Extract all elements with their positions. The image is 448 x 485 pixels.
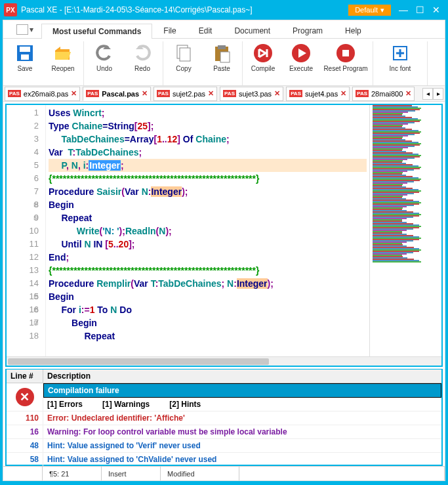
compile-button[interactable]: Compile — [244, 41, 282, 85]
error-row[interactable]: 58Hint: Value assigned to 'ChValide' nev… — [7, 453, 441, 467]
error-panel: Line # Description ✕ Compilation failure… — [5, 369, 443, 466]
error-row[interactable]: 110Error: Undeclared identifier: 'Affich… — [7, 411, 441, 425]
compilation-failure-label: Compilation failure — [43, 383, 441, 398]
close-tab-icon[interactable]: ✕ — [142, 89, 148, 98]
pas-badge: PAS — [289, 90, 302, 97]
reopen-button[interactable]: Reopen — [44, 41, 82, 85]
close-tab-icon[interactable]: ✕ — [71, 89, 77, 98]
close-tab-icon[interactable]: ✕ — [208, 89, 214, 98]
file-tab[interactable]: PAS28mai800✕ — [352, 87, 415, 101]
menu-tab-document[interactable]: Document — [223, 23, 281, 38]
error-summary: [1] Errors[1] Warnings[2] Hints — [43, 398, 441, 411]
quick-access-toolbar[interactable]: ▾ — [9, 21, 41, 38]
menu-tab-program[interactable]: Program — [281, 23, 334, 38]
svg-rect-7 — [220, 52, 230, 62]
pas-badge: PAS — [86, 90, 99, 97]
menu-tab-most-useful-commands[interactable]: Most useful Commands — [41, 24, 152, 39]
window-title: Pascal XE - [E:\1-Mardi-24-05\3-Séance-1… — [21, 5, 348, 14]
ribbon-toolbar: SaveReopenUndoRedoCopyPasteCompileExecut… — [3, 39, 445, 86]
status-bar: ¶ 5: 21 Insert Modified — [3, 466, 445, 480]
reopen-icon — [52, 43, 73, 64]
pas-badge: PAS — [157, 90, 170, 97]
copy-icon — [173, 43, 194, 64]
inc-font-button[interactable]: Inc font — [375, 41, 426, 85]
pas-badge: PAS — [223, 90, 236, 97]
tab-nav[interactable]: ◂▸ — [422, 88, 443, 100]
svg-rect-1 — [20, 47, 30, 52]
close-button[interactable]: ✕ — [428, 5, 444, 15]
app-icon: PX — [4, 3, 17, 16]
col-line: Line # — [7, 369, 43, 383]
menu-tab-file[interactable]: File — [152, 23, 187, 38]
save-button[interactable]: Save — [6, 41, 44, 85]
menu-tab-help[interactable]: Help — [334, 23, 373, 38]
minimize-button[interactable]: — — [395, 5, 412, 15]
redo-icon — [132, 43, 153, 64]
error-row[interactable]: 48Hint: Value assigned to 'Verif' never … — [7, 439, 441, 453]
tab-next-button[interactable]: ▸ — [433, 88, 443, 100]
close-tab-icon[interactable]: ✕ — [340, 89, 346, 98]
execute-button[interactable]: Execute — [282, 41, 320, 85]
editor-area: 12345678⊟9⊟101112131415⊟16⊟17⊟18 Uses Wi… — [5, 104, 443, 367]
file-tab[interactable]: PASPascal.pas✕ — [83, 87, 151, 101]
line-gutter: 12345678⊟9⊟101112131415⊟16⊟17⊟18 — [7, 105, 46, 366]
reset-program-button[interactable]: Reset Program — [320, 41, 371, 85]
close-tab-icon[interactable]: ✕ — [405, 89, 411, 98]
svg-rect-4 — [180, 48, 190, 61]
svg-point-8 — [254, 44, 272, 62]
col-desc: Description — [43, 369, 441, 383]
horizontal-scrollbar[interactable] — [7, 356, 441, 366]
paste-icon — [211, 43, 232, 64]
pas-badge: PAS — [8, 90, 21, 97]
menu-bar: ▾ Most useful CommandsFileEditDocumentPr… — [3, 20, 445, 39]
undo-button[interactable]: Undo — [85, 41, 123, 85]
close-tab-icon[interactable]: ✕ — [274, 89, 280, 98]
file-tab[interactable]: PASsujet3.pas✕ — [220, 87, 283, 101]
svg-rect-2 — [21, 54, 29, 60]
incfont-icon — [390, 43, 411, 64]
svg-rect-6 — [218, 45, 226, 49]
copy-button[interactable]: Copy — [165, 41, 203, 85]
title-bar: PX Pascal XE - [E:\1-Mardi-24-05\3-Séanc… — [0, 0, 448, 20]
status-modified: Modified — [161, 467, 239, 480]
file-tab[interactable]: PASsujet4.pas✕ — [286, 87, 350, 101]
minimap[interactable] — [369, 105, 441, 366]
save-icon — [14, 43, 35, 64]
code-editor[interactable]: Uses Wincrt;Type Chaine=String[25]; TabD… — [46, 105, 369, 366]
undo-icon — [94, 43, 115, 64]
status-insert-mode: Insert — [102, 467, 161, 480]
maximize-button[interactable]: ☐ — [412, 5, 428, 15]
status-cursor-pos: ¶ 5: 21 — [43, 467, 102, 480]
file-tab[interactable]: PASsujet2.pas✕ — [153, 87, 217, 101]
tab-prev-button[interactable]: ◂ — [422, 88, 433, 100]
svg-rect-11 — [342, 50, 349, 56]
reset-icon — [335, 43, 356, 64]
execute-icon — [291, 43, 312, 64]
error-row[interactable]: 16Warning: For loop control variable mus… — [7, 425, 441, 439]
file-tab[interactable]: PASex26mai8.pas✕ — [5, 87, 80, 101]
error-icon: ✕ — [16, 388, 34, 406]
menu-tab-edit[interactable]: Edit — [188, 23, 224, 38]
pas-badge: PAS — [356, 90, 369, 97]
error-panel-header: Line # Description — [7, 369, 441, 383]
compile-icon — [253, 43, 274, 64]
paste-button[interactable]: Paste — [203, 41, 241, 85]
redo-button[interactable]: Redo — [123, 41, 161, 85]
compilation-failure-row[interactable]: ✕ Compilation failure [1] Errors[1] Warn… — [7, 383, 441, 411]
file-tab-bar: PASex26mai8.pas✕PASPascal.pas✕PASsujet2.… — [3, 86, 445, 102]
theme-default-button[interactable]: Default▾ — [348, 5, 391, 16]
